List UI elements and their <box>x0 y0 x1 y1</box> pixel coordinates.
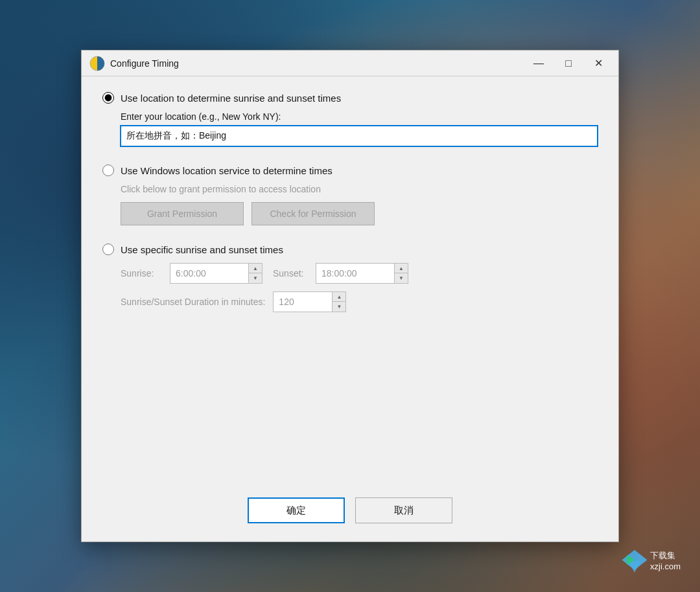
permission-buttons: Grant Permission Check for Permission <box>121 202 598 225</box>
minimize-button[interactable]: — <box>524 53 554 74</box>
sunset-spinner-buttons: ▲ ▼ <box>394 264 408 283</box>
sunset-up-button[interactable]: ▲ <box>395 264 408 273</box>
dialog-title: Configure Timing <box>110 58 519 69</box>
sunrise-up-button[interactable]: ▲ <box>249 264 262 273</box>
sunset-down-button[interactable]: ▼ <box>395 273 408 283</box>
section-specific-times: Use specific sunrise and sunset times Su… <box>102 244 598 328</box>
duration-row: Sunrise/Sunset Duration in minutes: ▲ ▼ <box>121 291 598 312</box>
location-input[interactable] <box>121 126 598 146</box>
sunrise-down-button[interactable]: ▼ <box>249 273 262 283</box>
configure-timing-dialog: Configure Timing — □ ✕ Use location to d… <box>81 50 619 542</box>
check-permission-button[interactable]: Check for Permission <box>251 202 375 225</box>
duration-up-button[interactable]: ▲ <box>332 292 345 302</box>
close-button[interactable]: ✕ <box>583 53 613 74</box>
sunrise-spinner-buttons: ▲ ▼ <box>248 264 262 283</box>
radio-row-location: Use location to determine sunrise and su… <box>102 92 598 104</box>
ok-button[interactable]: 确定 <box>248 497 345 523</box>
radio-location-label: Use location to determine sunrise and su… <box>121 93 341 104</box>
duration-down-button[interactable]: ▼ <box>332 302 345 312</box>
titlebar-buttons: — □ ✕ <box>524 53 613 74</box>
radio-windows-location[interactable] <box>102 165 114 176</box>
radio-row-windows: Use Windows location service to determin… <box>102 165 598 176</box>
times-sub-section: Sunrise: ▲ ▼ Sunset: ▲ <box>121 263 598 312</box>
sunset-label: Sunset: <box>273 268 305 279</box>
duration-spinner-buttons: ▲ ▼ <box>332 292 345 312</box>
sunrise-label: Sunrise: <box>121 268 159 279</box>
radio-specific-times[interactable] <box>102 244 114 255</box>
duration-input[interactable] <box>274 292 332 312</box>
grant-permission-button[interactable]: Grant Permission <box>121 202 244 225</box>
times-row: Sunrise: ▲ ▼ Sunset: ▲ <box>121 263 598 284</box>
location-input-label: Enter your location (e.g., New York NY): <box>121 111 598 122</box>
location-sub-section: Enter your location (e.g., New York NY): <box>121 111 598 146</box>
duration-label: Sunrise/Sunset Duration in minutes: <box>121 297 265 307</box>
section-location: Use location to determine sunrise and su… <box>102 92 598 159</box>
title-bar: Configure Timing — □ ✕ <box>82 51 618 76</box>
app-icon <box>89 56 105 71</box>
radio-specific-label: Use specific sunrise and sunset times <box>121 244 283 255</box>
sunset-spinner: ▲ ▼ <box>316 263 408 284</box>
cancel-button[interactable]: 取消 <box>355 497 452 523</box>
radio-windows-label: Use Windows location service to determin… <box>121 165 332 176</box>
dialog-overlay: Configure Timing — □ ✕ Use location to d… <box>0 0 700 592</box>
radio-location[interactable] <box>102 92 114 104</box>
sunrise-spinner: ▲ ▼ <box>170 263 262 284</box>
permission-note: Click below to grant permission to acces… <box>121 184 598 194</box>
permission-sub-section: Click below to grant permission to acces… <box>121 184 598 225</box>
sunrise-input[interactable] <box>170 264 248 283</box>
radio-row-specific: Use specific sunrise and sunset times <box>102 244 598 255</box>
section-windows-location: Use Windows location service to determin… <box>102 165 598 238</box>
dialog-content: Use location to determine sunrise and su… <box>82 76 618 487</box>
dialog-footer: 确定 取消 <box>82 487 618 541</box>
duration-spinner: ▲ ▼ <box>273 291 346 312</box>
maximize-button[interactable]: □ <box>554 53 583 74</box>
sunset-input[interactable] <box>316 264 394 283</box>
